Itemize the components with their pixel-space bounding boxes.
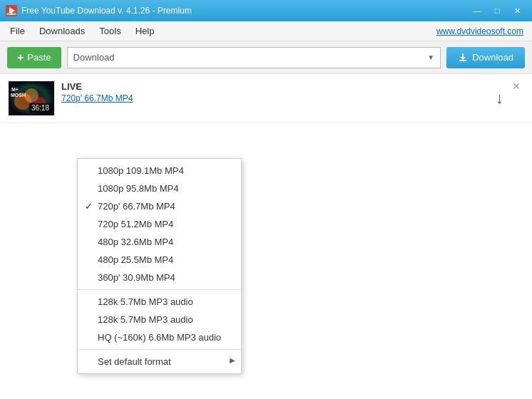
format-option-1[interactable]: 1080p 95.8Mb MP4 (78, 180, 241, 197)
menu-file[interactable]: File (3, 23, 32, 39)
format-dropdown: 1080p 109.1Mb MP4 1080p 95.8Mb MP4 720p'… (77, 158, 242, 374)
set-default-format[interactable]: Set default format (78, 353, 241, 370)
download-icon (458, 53, 468, 63)
combo-arrow-icon[interactable]: ▼ (423, 53, 434, 61)
app-title: Free YouTube Download v. 4.1.26 - Premiu… (21, 6, 468, 16)
format-option-0[interactable]: 1080p 109.1Mb MP4 (78, 162, 241, 180)
maximize-button[interactable]: □ (488, 4, 506, 18)
svg-marker-6 (460, 53, 466, 60)
format-option-7[interactable]: 128k 5.7Mb MP3 audio (78, 293, 241, 311)
dropdown-divider (78, 289, 241, 290)
window-controls: — □ ✕ (468, 4, 526, 18)
format-option-4[interactable]: 480p 32.6Mb MP4 (78, 233, 241, 251)
menu-tools[interactable]: Tools (92, 23, 128, 39)
download-button[interactable]: Download (446, 47, 525, 68)
svg-text:MOSH: MOSH (11, 93, 26, 98)
app-icon (6, 5, 17, 16)
website-link[interactable]: www.dvdvideosoft.com (436, 26, 529, 36)
download-label: Download (472, 52, 513, 63)
format-option-3[interactable]: 720p 51.2Mb MP4 (78, 215, 241, 233)
format-option-6[interactable]: 360p' 30.9Mb MP4 (78, 269, 241, 286)
svg-rect-5 (459, 60, 466, 61)
video-title: LIVE (61, 81, 523, 92)
paste-button[interactable]: + Paste (7, 47, 61, 68)
svg-text:M+: M+ (11, 87, 19, 92)
menu-bar: File Downloads Tools Help www.dvdvideoso… (0, 21, 532, 41)
minimize-button[interactable]: — (468, 4, 486, 18)
combo-value: Download (73, 52, 424, 63)
download-item-icon[interactable]: ↓ (496, 89, 503, 107)
close-item-button[interactable]: ✕ (512, 81, 521, 91)
paste-label: Paste (27, 52, 51, 63)
format-option-8[interactable]: 128k 5.7Mb MP3 audio (78, 311, 241, 328)
format-option-5[interactable]: 480p 25.5Mb MP4 (78, 251, 241, 269)
video-duration: 36:18 (29, 103, 51, 113)
menu-downloads[interactable]: Downloads (32, 23, 92, 39)
dropdown-divider-2 (78, 349, 241, 350)
content-area: M+ MOSH 36:18 LIVE 720p' 66.7Mb MP4 ✕ ↓ … (0, 74, 532, 399)
video-actions: ✕ (512, 81, 521, 91)
close-button[interactable]: ✕ (508, 4, 526, 18)
title-bar: Free YouTube Download v. 4.1.26 - Premiu… (0, 0, 532, 21)
video-format-selected[interactable]: 720p' 66.7Mb MP4 (61, 93, 523, 103)
video-item: M+ MOSH 36:18 LIVE 720p' 66.7Mb MP4 ✕ ↓ (0, 74, 532, 123)
toolbar: + Paste Download ▼ Download (0, 41, 532, 74)
menu-help[interactable]: Help (128, 23, 162, 39)
video-info: LIVE 720p' 66.7Mb MP4 (61, 81, 523, 103)
video-thumbnail: M+ MOSH 36:18 (9, 81, 54, 115)
format-option-9[interactable]: HQ (~160k) 6.6Mb MP3 audio (78, 328, 241, 346)
url-combo[interactable]: Download ▼ (67, 47, 441, 68)
format-option-2[interactable]: 720p' 66.7Mb MP4 (78, 197, 241, 215)
plus-icon: + (17, 51, 24, 64)
